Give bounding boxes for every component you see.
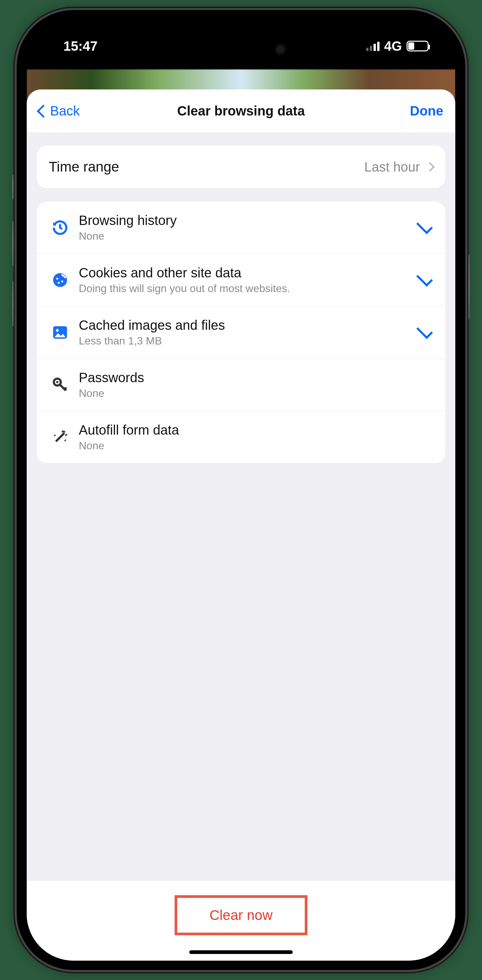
settings-sheet: Back Clear browsing data Done Time range… — [27, 89, 455, 961]
wand-icon — [52, 429, 68, 445]
status-time: 15:47 — [64, 39, 97, 54]
phone-frame: 15:47 4G 30 Back Clear browsing data — [17, 10, 465, 970]
item-title: Browsing history — [79, 213, 417, 228]
item-sub: None — [79, 230, 417, 242]
network-label: 4G — [384, 39, 402, 54]
item-sub: None — [79, 440, 434, 452]
item-title: Cached images and files — [79, 318, 417, 333]
done-button[interactable]: Done — [410, 103, 443, 118]
power-button — [465, 254, 469, 320]
mute-switch — [13, 173, 17, 200]
bottom-bar: Clear now — [27, 880, 455, 961]
home-indicator[interactable] — [189, 950, 293, 954]
signal-icon — [366, 41, 380, 51]
page-title: Clear browsing data — [27, 103, 455, 118]
navbar: Back Clear browsing data Done — [27, 89, 455, 133]
item-sub: Doing this will sign you out of most web… — [79, 282, 417, 295]
check-icon — [416, 270, 433, 286]
content-area: Time range Last hour — [27, 133, 455, 880]
row-cached[interactable]: Cached images and files Less than 1,3 MB — [37, 306, 445, 359]
volume-up-button — [13, 220, 17, 267]
time-range-label: Time range — [49, 159, 364, 175]
item-sub: None — [79, 387, 434, 399]
item-sub: Less than 1,3 MB — [79, 335, 417, 347]
time-range-card: Time range Last hour — [37, 146, 445, 188]
data-types-card: Browsing history None — [37, 202, 445, 463]
clear-now-button[interactable]: Clear now — [191, 901, 291, 929]
row-autofill[interactable]: Autofill form data None — [37, 411, 445, 463]
check-icon — [416, 323, 433, 339]
volume-down-button — [13, 280, 17, 327]
dynamic-island — [184, 35, 298, 65]
key-icon — [52, 377, 68, 393]
item-title: Autofill form data — [79, 423, 434, 438]
cookie-icon — [52, 272, 68, 288]
chevron-right-icon — [425, 162, 434, 172]
back-button[interactable]: Back — [39, 103, 80, 118]
history-icon — [52, 219, 68, 236]
back-label: Back — [50, 103, 80, 118]
time-range-row[interactable]: Time range Last hour — [37, 146, 445, 188]
svg-point-3 — [61, 280, 63, 282]
chevron-left-icon — [37, 105, 50, 118]
row-passwords[interactable]: Passwords None — [37, 359, 445, 411]
battery-pct: 30 — [414, 42, 421, 50]
item-title: Passwords — [79, 370, 434, 385]
item-title: Cookies and other site data — [79, 266, 417, 280]
svg-point-7 — [56, 381, 59, 383]
svg-point-2 — [58, 282, 60, 284]
time-range-value: Last hour — [364, 159, 420, 175]
row-cookies[interactable]: Cookies and other site data Doing this w… — [37, 254, 445, 306]
image-icon — [52, 324, 68, 341]
row-browsing-history[interactable]: Browsing history None — [37, 202, 445, 254]
annotation-highlight: Clear now — [175, 895, 307, 935]
svg-point-5 — [56, 329, 59, 332]
phone-screen: 15:47 4G 30 Back Clear browsing data — [27, 19, 455, 961]
check-icon — [416, 218, 433, 234]
svg-point-1 — [56, 278, 59, 280]
battery-icon: 30 — [407, 41, 429, 51]
